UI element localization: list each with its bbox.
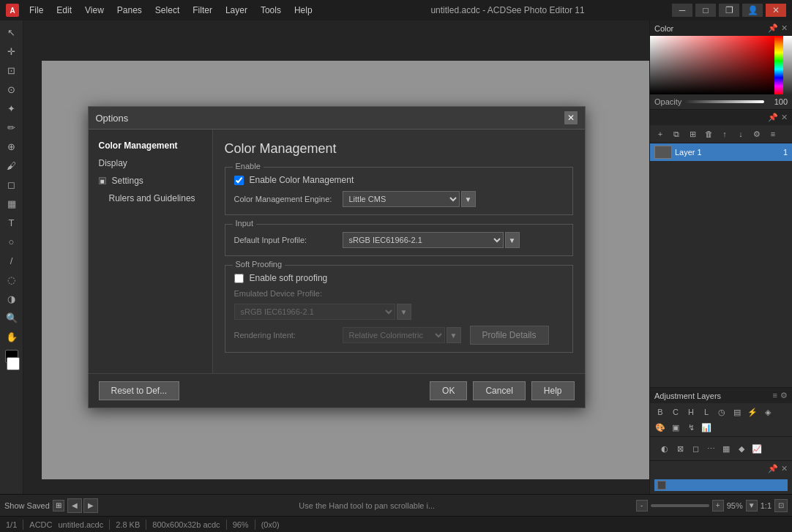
- maximize-button[interactable]: □: [695, 4, 716, 17]
- menu-tools[interactable]: Tools: [255, 4, 287, 17]
- sidebar-item-settings[interactable]: ■ Settings: [89, 172, 212, 190]
- prop-pin-icon[interactable]: 📌: [768, 464, 778, 473]
- profile-details-button[interactable]: Profile Details: [470, 326, 549, 345]
- tool-gradient[interactable]: ▦: [3, 195, 20, 212]
- color-gradient-main[interactable]: [650, 36, 774, 94]
- adj-btn-3[interactable]: H: [684, 405, 698, 419]
- adj-btn-1[interactable]: B: [653, 405, 668, 419]
- adj-btn-4[interactable]: L: [699, 405, 714, 419]
- show-saved-link[interactable]: Show Saved: [4, 501, 50, 510]
- reset-button[interactable]: Reset to Def...: [99, 381, 180, 400]
- tool-lasso[interactable]: ⊙: [3, 80, 20, 98]
- zoom-bar-prev[interactable]: ◀: [67, 498, 82, 513]
- menu-help[interactable]: Help: [288, 4, 318, 17]
- menu-select[interactable]: Select: [149, 4, 185, 17]
- tool-dodge[interactable]: ◑: [3, 290, 20, 307]
- profile-button[interactable]: 👤: [742, 4, 763, 17]
- enable-color-management-checkbox[interactable]: [234, 176, 244, 185]
- adj2-btn-2[interactable]: ⊠: [673, 441, 687, 456]
- tool-line[interactable]: /: [3, 252, 20, 269]
- tool-hand[interactable]: ✋: [3, 328, 20, 345]
- menu-edit[interactable]: Edit: [51, 4, 78, 17]
- minimize-button[interactable]: ─: [672, 4, 692, 17]
- menu-layer[interactable]: Layer: [220, 4, 253, 17]
- sidebar-item-rulers[interactable]: Rulers and Guidelines: [89, 190, 212, 207]
- tool-zoom[interactable]: 🔍: [3, 309, 20, 326]
- restore-button[interactable]: ❐: [719, 4, 739, 17]
- properties-selected-item[interactable]: [654, 479, 788, 491]
- modal-close-button[interactable]: ✕: [564, 111, 578, 124]
- menu-view[interactable]: View: [79, 4, 110, 17]
- adj-btn-8[interactable]: ◈: [761, 405, 775, 419]
- adj-btn-6[interactable]: ▤: [730, 405, 744, 419]
- ok-button[interactable]: OK: [430, 381, 467, 400]
- adj-settings-icon[interactable]: ⚙: [780, 391, 788, 400]
- engine-dropdown-button[interactable]: ▼: [461, 191, 476, 207]
- tool-brush[interactable]: 🖌: [3, 157, 20, 174]
- new-layer-button[interactable]: +: [653, 127, 668, 141]
- color-picker-area[interactable]: [650, 36, 792, 94]
- zoom-dropdown-button[interactable]: ▼: [746, 500, 758, 512]
- tool-eyedropper[interactable]: ✏: [3, 119, 20, 136]
- close-button[interactable]: ✕: [766, 4, 786, 17]
- sidebar-item-display[interactable]: Display: [89, 154, 212, 172]
- adj2-btn-4[interactable]: ⋯: [703, 441, 718, 456]
- prop-close-icon[interactable]: ✕: [781, 464, 788, 473]
- close-layers-icon[interactable]: ✕: [781, 113, 788, 122]
- adj-btn-11[interactable]: ↯: [684, 420, 698, 435]
- adj-btn-12[interactable]: 📊: [699, 420, 714, 435]
- input-profile-select[interactable]: sRGB IEC61966-2.1: [343, 232, 504, 248]
- adj2-btn-7[interactable]: 📈: [750, 441, 764, 456]
- move-down-button[interactable]: ↓: [733, 127, 748, 141]
- engine-select[interactable]: Little CMS: [343, 191, 460, 207]
- adj-menu-icon[interactable]: ≡: [773, 391, 777, 400]
- duplicate-layer-button[interactable]: ⧉: [669, 127, 684, 141]
- help-button[interactable]: Help: [531, 381, 575, 400]
- menu-file[interactable]: File: [23, 4, 49, 17]
- grid-view-button[interactable]: ⊞: [53, 500, 64, 512]
- adj2-btn-1[interactable]: ◐: [657, 441, 672, 456]
- sidebar-item-color-management[interactable]: Color Management: [89, 137, 212, 154]
- tool-crop[interactable]: ⊡: [3, 61, 20, 79]
- adj-btn-7[interactable]: ⚡: [745, 405, 760, 419]
- adj-btn-9[interactable]: 🎨: [653, 420, 668, 435]
- tool-text[interactable]: T: [3, 214, 20, 231]
- adj-btn-5[interactable]: ◷: [714, 405, 729, 419]
- fit-button[interactable]: ⊡: [774, 499, 788, 512]
- adj2-btn-6[interactable]: ◆: [734, 441, 749, 456]
- layer-more-button[interactable]: ≡: [766, 127, 780, 141]
- alpha-slider[interactable]: [783, 36, 792, 94]
- enable-soft-proofing-checkbox[interactable]: [234, 274, 244, 283]
- adj2-btn-5[interactable]: ▦: [719, 441, 733, 456]
- close-color-panel-icon[interactable]: ✕: [781, 23, 788, 33]
- zoom-minus-button[interactable]: -: [636, 500, 648, 512]
- zoom-bar-next[interactable]: ▶: [83, 498, 98, 513]
- tool-shape[interactable]: ○: [3, 233, 20, 250]
- tool-blur[interactable]: ◌: [3, 271, 20, 288]
- layer-item[interactable]: Layer 1 1: [650, 143, 792, 161]
- tool-background-color[interactable]: [7, 357, 20, 370]
- menu-panes[interactable]: Panes: [111, 4, 148, 17]
- cancel-button[interactable]: Cancel: [473, 381, 525, 400]
- zoom-slider[interactable]: [651, 504, 709, 507]
- adj-btn-2[interactable]: C: [668, 405, 683, 419]
- tool-move[interactable]: ✛: [3, 42, 20, 60]
- tool-select[interactable]: ↖: [3, 23, 20, 41]
- opacity-slider[interactable]: [684, 100, 764, 103]
- hue-slider[interactable]: [774, 36, 783, 94]
- input-profile-dropdown-button[interactable]: ▼: [505, 232, 520, 248]
- merge-layer-button[interactable]: ⊞: [685, 127, 700, 141]
- tool-magic-wand[interactable]: ✦: [3, 100, 20, 117]
- adj2-btn-3[interactable]: ◻: [688, 441, 703, 456]
- pin-icon[interactable]: 📌: [768, 23, 778, 33]
- adj-btn-10[interactable]: ▣: [668, 420, 683, 435]
- move-up-button[interactable]: ↑: [717, 127, 732, 141]
- color-dark-overlay: [650, 36, 774, 94]
- layer-settings-button[interactable]: ⚙: [750, 127, 764, 141]
- tool-eraser[interactable]: ◻: [3, 176, 20, 193]
- zoom-plus-button[interactable]: +: [712, 500, 724, 512]
- tool-heal[interactable]: ⊕: [3, 138, 20, 155]
- delete-layer-button[interactable]: 🗑: [701, 127, 716, 141]
- menu-filter[interactable]: Filter: [187, 4, 218, 17]
- pin-layers-icon[interactable]: 📌: [768, 113, 778, 122]
